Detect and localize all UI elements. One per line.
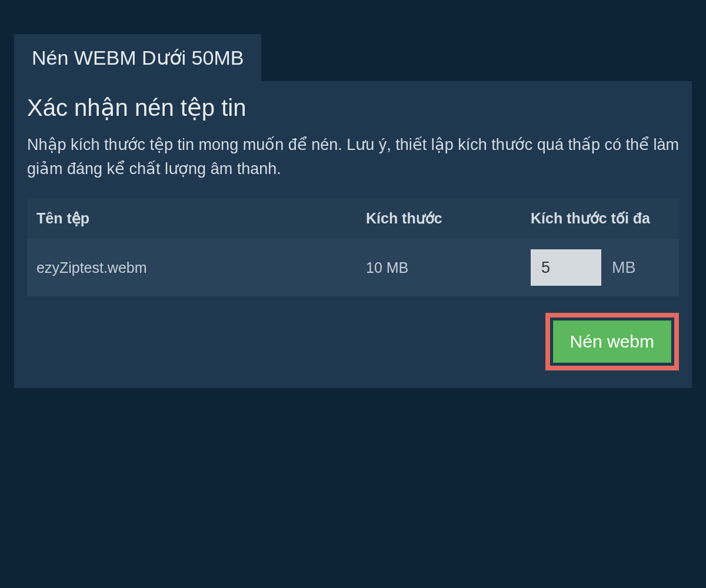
cell-maxsize: MB [521, 239, 679, 296]
tab-label: Nén WEBM Dưới 50MB [32, 46, 244, 69]
panel-heading: Xác nhận nén tệp tin [27, 94, 679, 121]
maxsize-input[interactable] [531, 249, 601, 286]
panel-description: Nhập kích thước tệp tin mong muốn để nén… [27, 133, 679, 181]
compress-button[interactable]: Nén webm [553, 320, 671, 363]
compress-button-highlight: Nén webm [545, 313, 679, 370]
table-header-filename: Tên tệp [27, 198, 357, 239]
compress-button-label: Nén webm [570, 332, 654, 351]
compression-panel: Xác nhận nén tệp tin Nhập kích thước tệp… [14, 81, 692, 388]
file-table: Tên tệp Kích thước Kích thước tối đa ezy… [27, 198, 679, 296]
cell-filename: ezyZiptest.webm [27, 239, 357, 296]
table-header-maxsize: Kích thước tối đa [521, 198, 679, 239]
cell-size: 10 MB [357, 239, 521, 296]
tab-compress-webm[interactable]: Nén WEBM Dưới 50MB [14, 34, 261, 81]
maxsize-unit: MB [612, 259, 636, 277]
table-header-row: Tên tệp Kích thước Kích thước tối đa [27, 198, 679, 239]
table-row: ezyZiptest.webm 10 MB MB [27, 239, 679, 296]
table-header-size: Kích thước [357, 198, 521, 239]
